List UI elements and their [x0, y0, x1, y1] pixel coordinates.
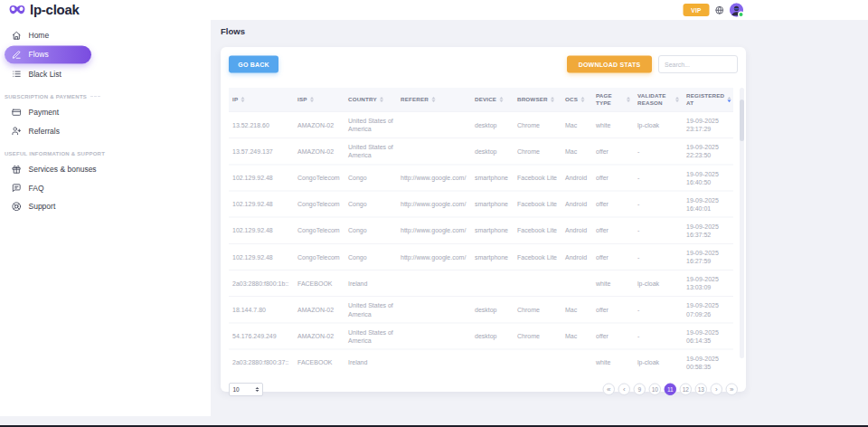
pagination-first-button[interactable]: «: [603, 384, 616, 396]
sidebar-item-home[interactable]: Home: [0, 26, 211, 45]
card-toolbar: GO BACK DOWNLOAD STATS: [229, 55, 738, 73]
pagination-page-10[interactable]: 10: [649, 384, 662, 396]
sidebar-item-label: Referrals: [29, 127, 60, 136]
cell-isp: CongoTelecom: [294, 191, 344, 217]
app-window: lp-cloak VIP HomeFlowsBlack ListSUBSCRIP…: [0, 0, 868, 427]
search-input[interactable]: [658, 55, 738, 73]
cell-page_type: white: [592, 270, 634, 297]
download-stats-button[interactable]: DOWNLOAD STATS: [567, 56, 652, 73]
column-header-label: ISP: [297, 96, 307, 103]
page-size-select[interactable]: 10: [229, 383, 263, 396]
cell-ocs: Android: [561, 165, 592, 191]
pagination-page-11[interactable]: 11: [665, 384, 677, 396]
topbar-actions: VIP: [684, 0, 744, 20]
cell-device: desktop: [471, 297, 514, 323]
cell-country: Congo: [344, 217, 397, 243]
cell-device: smartphone: [471, 243, 514, 270]
table-row: 18.144.7.80AMAZON-02United States of Ame…: [229, 297, 733, 323]
scrollbar-track[interactable]: [740, 88, 744, 358]
services-icon: [12, 165, 22, 175]
column-header-label: REFERER: [401, 96, 429, 103]
cell-validate_reason: -: [634, 165, 683, 191]
pagination-page-12[interactable]: 12: [680, 384, 693, 396]
cell-device: smartphone: [471, 165, 514, 191]
column-header-isp[interactable]: ISP: [294, 88, 344, 111]
column-header-label: BROWSER: [517, 96, 548, 103]
scrollbar-thumb[interactable]: [740, 100, 744, 141]
sort-icon: [627, 97, 630, 102]
go-back-button[interactable]: GO BACK: [229, 56, 278, 73]
cell-country: United States of America: [344, 323, 397, 349]
black-list-icon: [12, 70, 22, 80]
table-row: 102.129.92.48CongoTelecomCongohttp://www…: [229, 217, 733, 243]
sidebar-section-label: USEFUL INFORMATION & SUPPORT: [5, 150, 105, 157]
cell-device: [471, 349, 514, 375]
cell-ocs: Mac: [561, 138, 592, 165]
sidebar-item-black-list[interactable]: Black List: [0, 65, 211, 84]
sidebar: HomeFlowsBlack ListSUBSCRIPTION & PAYMEN…: [0, 20, 211, 416]
column-header-device[interactable]: DEVICE: [471, 88, 514, 111]
column-header-country[interactable]: COUNTRY: [344, 88, 397, 111]
cell-country: Congo: [344, 165, 397, 191]
pagination-last-button[interactable]: »: [726, 384, 739, 396]
cell-page_type: white: [592, 349, 634, 375]
cell-country: Congo: [344, 191, 397, 217]
sort-icon: [241, 97, 245, 102]
sidebar-item-flows[interactable]: Flows: [5, 46, 91, 64]
sidebar-item-support[interactable]: Support: [0, 197, 211, 216]
pagination-page-9[interactable]: 9: [634, 384, 646, 396]
faq-icon: [12, 184, 22, 194]
cell-isp: AMAZON-02: [294, 323, 344, 349]
cell-registered_at: 19-09-2025 22:23:50: [683, 138, 733, 165]
column-header-registered_at[interactable]: REGISTERED AT: [683, 88, 733, 111]
pagination-next-button[interactable]: ›: [711, 384, 723, 396]
sort-down-arrow: [675, 100, 679, 102]
table-header-row: IPISPCOUNTRYREFERERDEVICEBROWSEROCSPAGE …: [229, 88, 733, 111]
cell-country: Ireland: [344, 349, 397, 375]
cell-device: [471, 270, 514, 297]
cell-ip: 102.129.92.48: [229, 191, 294, 217]
pagination-page-13[interactable]: 13: [695, 384, 708, 396]
sidebar-item-referrals[interactable]: Referrals: [0, 122, 211, 141]
sort-up-arrow: [675, 97, 679, 100]
column-header-ocs[interactable]: OCS: [561, 88, 592, 111]
sidebar-item-services-bonuses[interactable]: Services & bonuses: [0, 160, 211, 179]
pagination-prev-button[interactable]: ‹: [618, 384, 631, 396]
cell-referer: [397, 138, 471, 165]
cell-page_type: offer: [592, 191, 634, 217]
cell-ip: 102.129.92.48: [229, 217, 294, 243]
sidebar-item-faq[interactable]: FAQ: [0, 179, 211, 198]
cell-registered_at: 19-09-2025 13:03:09: [683, 270, 733, 297]
column-header-referer[interactable]: REFERER: [397, 88, 471, 111]
column-header-browser[interactable]: BROWSER: [514, 88, 561, 111]
sort-down-arrow: [581, 100, 585, 102]
sidebar-item-payment[interactable]: Payment: [0, 103, 211, 122]
column-header-label: OCS: [565, 96, 578, 103]
cell-validate_reason: -: [634, 323, 683, 349]
column-header-ip[interactable]: IP: [229, 88, 294, 111]
cell-registered_at: 19-09-2025 16:40:50: [683, 165, 733, 191]
cell-referer: [397, 297, 471, 323]
cell-country: United States of America: [344, 138, 397, 165]
column-header-page_type[interactable]: PAGE TYPE: [592, 88, 634, 111]
cell-ocs: Mac: [561, 297, 592, 323]
page-title: Flows: [221, 26, 245, 36]
cell-isp: FACEBOOK: [294, 349, 344, 375]
column-header-label: IP: [232, 96, 238, 103]
cell-referer: http://www.google.com/: [397, 243, 471, 270]
table-row: 2a03:2880:f800:1b::FACEBOOKIrelandwhitel…: [229, 270, 733, 297]
globe-icon[interactable]: [715, 5, 724, 14]
flows-icon: [12, 50, 22, 60]
cell-validate_reason: -: [634, 297, 683, 323]
pagination: «‹910111213›»: [603, 384, 739, 396]
support-icon: [12, 202, 22, 212]
logo[interactable]: lp-cloak: [9, 0, 80, 20]
cell-ip: 13.57.249.137: [229, 138, 294, 165]
table-row: 102.129.92.48CongoTelecomCongohttp://www…: [229, 191, 733, 217]
column-header-validate_reason[interactable]: VALIDATE REASON: [634, 88, 683, 111]
cell-referer: http://www.google.com/: [397, 217, 471, 243]
cell-browser: Facebook Lite: [514, 165, 561, 191]
vip-button[interactable]: VIP: [684, 4, 710, 16]
avatar[interactable]: [730, 4, 743, 17]
sidebar-item-label: Flows: [29, 51, 49, 60]
